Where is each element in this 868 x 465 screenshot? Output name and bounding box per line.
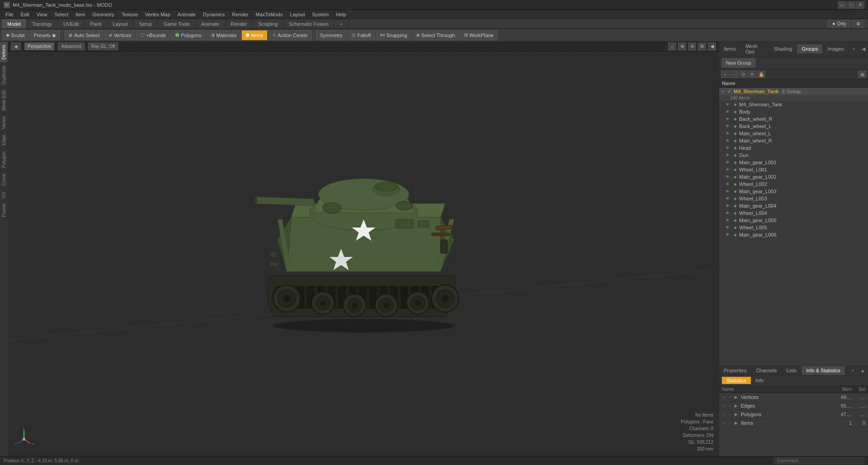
menu-animate[interactable]: Animate (174, 11, 199, 18)
tree-item-main-gear-l006[interactable]: 👁 ◈ Main_gear_L006 (719, 231, 868, 238)
tab-setup[interactable]: Setup (133, 19, 158, 28)
viewport-settings-icon[interactable]: ⚙ (698, 43, 706, 51)
stats-plus-edges[interactable]: + (722, 403, 728, 408)
groups-settings-btn[interactable]: ⚙ (739, 71, 747, 78)
viewport-ray-gl-btn[interactable]: Ray GL: Off (88, 43, 119, 50)
items-button[interactable]: ⬢ Items (242, 30, 267, 40)
tree-item-main-gear-l003[interactable]: 👁 ◈ Main_gear_L003 (719, 188, 868, 195)
rp-tab-groups[interactable]: Groups (797, 44, 823, 53)
sidebar-tab-fusion[interactable]: Fusion (0, 200, 8, 220)
tree-item-gun[interactable]: 👁 ◈ Gun (719, 152, 868, 159)
viewport-advanced-btn[interactable]: Advanced (58, 43, 84, 50)
tree-item-body[interactable]: 👁 ◈ Body (719, 108, 868, 115)
tree-item-main-gear-l005[interactable]: 👁 ◈ Main_gear_L005 (719, 217, 868, 224)
tab-schematic-fusion[interactable]: Schematic Fusion (284, 19, 334, 28)
bp-tab-channels[interactable]: Channels (751, 366, 782, 375)
workplane-button[interactable]: ⊞ WorkPlane (460, 30, 498, 40)
presets-button[interactable]: Presets ▣ (30, 30, 60, 40)
stats-tab-info[interactable]: Info (751, 377, 768, 384)
symmetry-button[interactable]: Symmetry (316, 30, 346, 40)
viewport-zoom-out-icon[interactable]: ⊖ (688, 43, 696, 51)
bp-expand-button[interactable]: ▲ (858, 366, 868, 375)
viewport-zoom-in-icon[interactable]: ⊕ (678, 43, 686, 51)
viewport[interactable]: ◀ Perspective Advanced Ray GL: Off ⌂ ⊕ ⊖… (8, 42, 719, 456)
stats-plus-items[interactable]: + (722, 420, 728, 426)
menu-vertex-map[interactable]: Vertex Map (142, 11, 174, 18)
tab-add[interactable]: + (334, 19, 348, 28)
sculpt-button[interactable]: ◈ Sculpt (2, 30, 29, 40)
sidebar-tab-deform[interactable]: Deform (0, 42, 8, 62)
menu-texture[interactable]: Texture (118, 11, 142, 18)
tank-viewport-canvas[interactable] (8, 52, 719, 456)
polygons-button[interactable]: ⬟ Polygons (171, 30, 205, 40)
groups-add-btn[interactable]: + (721, 71, 729, 78)
snapping-button[interactable]: ⋈ Snapping (376, 30, 412, 40)
groups-tree[interactable]: ▼ ✓ M4_Sherman_Tank 2: Group 240 Items 👁… (719, 88, 868, 365)
tree-item-head[interactable]: 👁 ◈ Head (719, 144, 868, 152)
menu-edit[interactable]: Edit (17, 11, 33, 18)
rp-tab-images[interactable]: Images (823, 44, 849, 53)
tab-animate[interactable]: Animate (196, 19, 225, 28)
tree-item-wheel-l004[interactable]: 👁 ◈ Wheel_L004 (719, 209, 868, 217)
rp-expand-button[interactable]: ◀ (859, 44, 868, 54)
menu-item[interactable]: Item (72, 11, 89, 18)
groups-col-toggle-btn[interactable]: ▣ (858, 71, 866, 78)
tree-item-root[interactable]: ▼ ✓ M4_Sherman_Tank 2: Group (719, 88, 868, 95)
rp-tab-add-button[interactable]: + (849, 44, 859, 53)
tree-item-wheel-l001[interactable]: 👁 ◈ Wheel_L001 (719, 166, 868, 173)
tab-scripting[interactable]: Scripting (253, 19, 284, 28)
menu-dynamics[interactable]: Dynamics (199, 11, 228, 18)
minimize-button[interactable]: — (838, 1, 846, 9)
stats-tab-statistics[interactable]: Statistics (722, 377, 751, 384)
bp-tab-properties[interactable]: Properties (719, 366, 751, 375)
groups-remove-btn[interactable]: − (730, 71, 738, 78)
viewport-perspective-btn[interactable]: Perspective (24, 43, 54, 50)
viewport-expand-icon[interactable]: ◀ (708, 43, 716, 51)
tab-model[interactable]: Model (2, 19, 27, 28)
tree-item-main-wheel-r[interactable]: 👁 ◈ Main_wheel_R (719, 137, 868, 144)
tree-item-main-wheel-l[interactable]: 👁 ◈ Main_wheel_L (719, 130, 868, 137)
command-input[interactable] (774, 457, 864, 464)
sidebar-tab-duplicate[interactable]: Duplicate (0, 62, 8, 87)
rp-tab-mesh-ops[interactable]: Mesh Ops (741, 42, 769, 56)
tab-uvedit[interactable]: UVEdit (58, 19, 85, 28)
tab-game-tools[interactable]: Game Tools (158, 19, 196, 28)
viewport-home-icon[interactable]: ⌂ (668, 43, 676, 51)
sidebar-tab-vertex[interactable]: Vertex (0, 113, 8, 132)
menu-help[interactable]: Help (332, 11, 350, 18)
sidebar-tab-curve[interactable]: Curve (0, 171, 8, 189)
maximize-button[interactable]: □ (847, 1, 855, 9)
close-button[interactable]: ✕ (856, 1, 864, 9)
only-button[interactable]: ★ Only (828, 20, 850, 28)
bp-tab-lists[interactable]: Lists (782, 366, 802, 375)
tab-paint[interactable]: Paint (85, 19, 107, 28)
bp-tab-add-button[interactable]: + (848, 366, 858, 375)
tree-item-main-gear-l004[interactable]: 👁 ◈ Main_gear_L004 (719, 202, 868, 209)
rp-tab-items[interactable]: Items (719, 44, 741, 53)
menu-render[interactable]: Render (228, 11, 252, 18)
menu-geometry[interactable]: Geometry (89, 11, 118, 18)
falloff-button[interactable]: ◎ Falloff (347, 30, 375, 40)
bounds-button[interactable]: ⬡ +Bounds (136, 30, 170, 40)
tree-item-main-gear-l002[interactable]: 👁 ◈ Main_gear_L002 (719, 173, 868, 180)
tab-topology[interactable]: Topology (27, 19, 58, 28)
tree-item-wheel-l002[interactable]: 👁 ◈ Wheel_L002 (719, 180, 868, 188)
auto-select-button[interactable]: ◉ Auto Select (64, 30, 104, 40)
menu-maxtomodo[interactable]: MaxToModo (252, 11, 286, 18)
sidebar-tab-edge[interactable]: Edge (0, 132, 8, 148)
sidebar-tab-mesh-edit[interactable]: Mesh Edit (0, 87, 8, 113)
menu-layout[interactable]: Layout (286, 11, 308, 18)
vertices-button[interactable]: ◈ Vertices (104, 30, 135, 40)
groups-eye-btn[interactable]: 👁 (748, 71, 756, 78)
materials-button[interactable]: ◑ Materials (206, 30, 241, 40)
tab-layout[interactable]: Layout (107, 19, 133, 28)
tab-render[interactable]: Render (225, 19, 253, 28)
action-center-button[interactable]: ⊹ Action Center (268, 30, 312, 40)
rp-tab-shading[interactable]: Shading (769, 44, 797, 53)
viewport-nav-btn[interactable]: ◀ (11, 43, 21, 50)
tree-item-wheel-l005[interactable]: 👁 ◈ Wheel_L005 (719, 224, 868, 231)
tree-item-m4sherman[interactable]: 👁 ◈ M4_Sherman_Tank (719, 101, 868, 108)
menu-view[interactable]: View (33, 11, 51, 18)
menu-file[interactable]: File (2, 11, 17, 18)
bp-tab-info-stats[interactable]: Info & Statistics (802, 366, 845, 375)
